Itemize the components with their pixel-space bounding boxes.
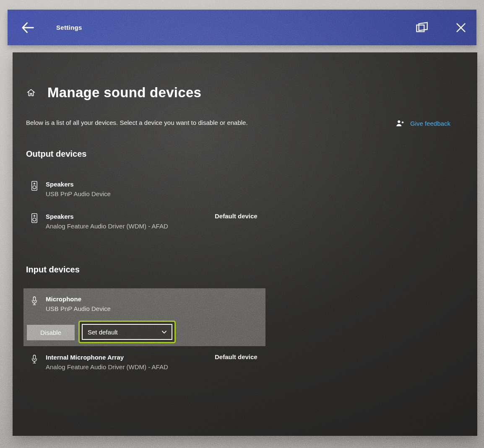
screen: Settings [0,0,484,448]
device-text: Microphone USB PnP Audio Device [46,294,111,313]
device-row-internal-mic[interactable]: Internal Microphone Array Analog Feature… [29,352,457,372]
device-status: Default device [215,212,258,220]
microphone-icon [29,295,39,307]
device-detail: USB PnP Audio Device [46,189,111,199]
device-name: Speakers [46,179,111,189]
microphone-icon [29,353,39,365]
selected-device-card[interactable]: Microphone USB PnP Audio Device Disable … [23,288,265,346]
device-name: Speakers [46,212,168,221]
window-stack-icon [414,21,429,34]
device-text: Speakers Analog Feature Audio Driver (WD… [46,212,168,231]
output-devices-heading: Output devices [26,149,86,159]
page-header: Manage sound devices [26,83,201,102]
device-detail: Analog Feature Audio Driver (WDM) - AFAD [46,362,168,372]
device-row-speakers-usb[interactable]: Speakers USB PnP Audio Device [29,179,457,199]
device-name: Microphone [46,294,111,304]
close-icon [455,21,467,34]
titlebar-title: Settings [56,24,82,31]
settings-panel: Manage sound devices Below is a list of … [13,52,477,436]
device-detail: Analog Feature Audio Driver (WDM) - AFAD [46,221,168,231]
page-description: Below is a list of all your devices. Sel… [26,118,263,128]
chevron-down-icon [161,329,167,335]
titlebar: Settings [8,10,476,45]
dropdown-selected-label: Set default [88,329,118,336]
titlebar-actions [414,21,476,34]
device-name: Internal Microphone Array [46,352,168,362]
device-text: Speakers USB PnP Audio Device [46,179,111,199]
input-devices-heading: Input devices [26,265,80,274]
feedback-label: Give feedback [410,120,450,127]
back-arrow-icon [21,21,35,35]
home-icon [26,88,36,98]
close-button[interactable] [455,21,467,34]
disable-button[interactable]: Disable [27,325,75,340]
device-text: Internal Microphone Array Analog Feature… [46,352,168,372]
back-button[interactable] [19,19,36,36]
give-feedback-link[interactable]: Give feedback [395,119,450,128]
set-default-highlight: Set default [78,321,176,343]
speaker-icon [29,212,39,224]
device-detail: USB PnP Audio Device [46,304,111,313]
device-status: Default device [215,353,258,360]
device-actions: Disable Set default [27,321,176,343]
page-title: Manage sound devices [47,83,201,102]
window-adjust-button[interactable] [414,21,429,34]
device-row-microphone-usb[interactable]: Microphone USB PnP Audio Device [29,294,111,313]
feedback-icon [395,119,405,128]
set-default-dropdown[interactable]: Set default [82,324,172,340]
speaker-icon [29,180,39,192]
device-row-speakers-analog[interactable]: Speakers Analog Feature Audio Driver (WD… [29,212,457,231]
